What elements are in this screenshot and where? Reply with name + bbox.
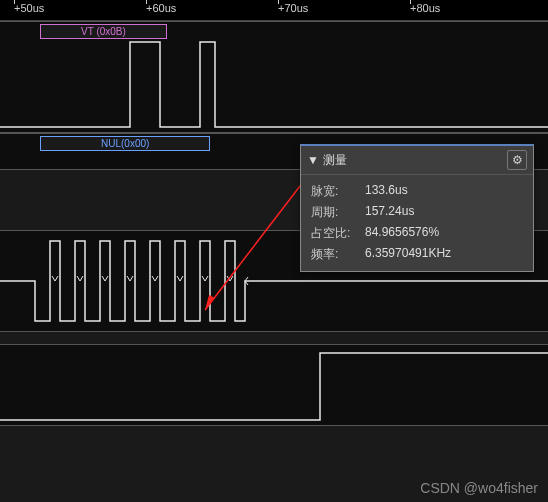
watermark: CSDN @wo4fisher xyxy=(420,480,538,496)
measurement-header[interactable]: ▼ 测量 ⚙ xyxy=(301,146,533,175)
waveform-4 xyxy=(0,345,548,425)
measurement-panel[interactable]: ▼ 测量 ⚙ 脉宽:133.6us 周期:157.24us 占空比:84.965… xyxy=(300,144,534,272)
measurement-body: 脉宽:133.6us 周期:157.24us 占空比:84.9656576% 频… xyxy=(301,175,533,271)
measure-row: 频率:6.35970491KHz xyxy=(311,244,523,265)
time-ruler: +50us +60us +70us +80us xyxy=(0,0,548,21)
measure-row: 周期:157.24us xyxy=(311,202,523,223)
measure-val: 84.9656576% xyxy=(365,225,439,242)
ruler-tick: +70us xyxy=(278,2,308,14)
measure-val: 157.24us xyxy=(365,204,414,221)
measure-row: 脉宽:133.6us xyxy=(311,181,523,202)
collapse-icon[interactable]: ▼ xyxy=(307,153,319,167)
ruler-tick: +60us xyxy=(146,2,176,14)
measure-key: 占空比: xyxy=(311,225,365,242)
measure-key: 频率: xyxy=(311,246,365,263)
measure-key: 脉宽: xyxy=(311,183,365,200)
waveform-track-vt[interactable]: VT (0x0B) xyxy=(0,21,548,133)
measurement-title: 测量 xyxy=(323,152,347,169)
measure-val: 133.6us xyxy=(365,183,408,200)
ruler-tick: +80us xyxy=(410,2,440,14)
ruler-tick: +50us xyxy=(14,2,44,14)
waveform-vt xyxy=(0,22,548,132)
channel-label-nul: NUL(0x00) xyxy=(40,136,210,151)
measure-val: 6.35970491KHz xyxy=(365,246,451,263)
measure-row: 占空比:84.9656576% xyxy=(311,223,523,244)
waveform-track-4[interactable] xyxy=(0,344,548,426)
gear-icon[interactable]: ⚙ xyxy=(507,150,527,170)
measure-key: 周期: xyxy=(311,204,365,221)
